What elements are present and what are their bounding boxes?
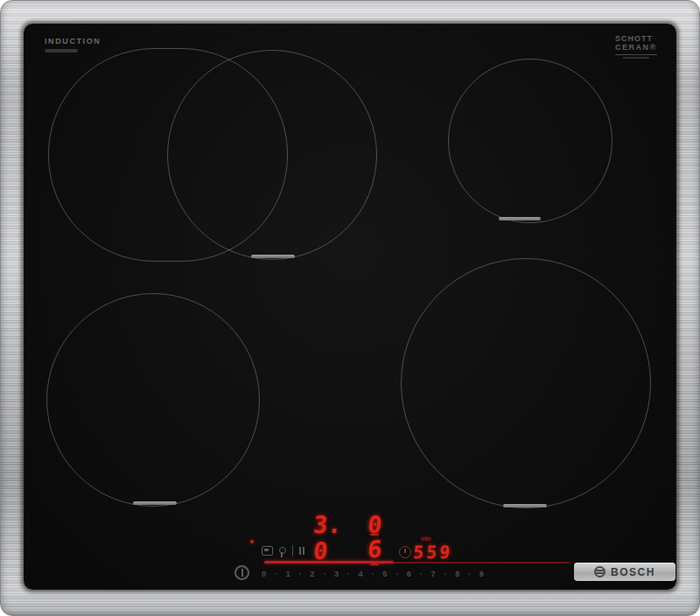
pan-guide-mark-front-left xyxy=(133,501,177,505)
bosch-logo-plate: BOSCH xyxy=(574,563,676,581)
ceran-line: CERAN® xyxy=(615,44,657,52)
power-slider-scale: 0 1 2 3 4 5 6 7 8 9 xyxy=(262,568,484,580)
slider-digit-3[interactable]: 3 xyxy=(334,570,339,578)
wipe-protection-icon[interactable] xyxy=(262,546,273,556)
slider-digit-4[interactable]: 4 xyxy=(359,570,363,578)
display-rear-left-level: 3. xyxy=(312,513,343,536)
timer-display: 559 xyxy=(412,543,453,561)
slider-digit-1[interactable]: 1 xyxy=(286,570,290,578)
bosch-symbol-icon xyxy=(594,566,606,578)
zone-rear-right xyxy=(448,59,612,223)
induction-label: INDUCTION xyxy=(45,37,101,46)
status-indicator-dot xyxy=(250,540,254,543)
cooktop-photo: INDUCTION SCHOTT CERAN® xyxy=(0,0,700,616)
schott-rule xyxy=(615,54,657,55)
power-slider-track[interactable] xyxy=(394,562,570,564)
function-key-row xyxy=(262,543,304,557)
slider-digit-0[interactable]: 0 xyxy=(262,570,266,578)
induction-sublabel-blur xyxy=(45,49,78,52)
power-icon[interactable] xyxy=(234,565,249,580)
ceramic-glass-surface: INDUCTION SCHOTT CERAN® xyxy=(24,24,676,590)
pan-guide-mark-front-right xyxy=(503,504,547,508)
slider-digit-2[interactable]: 2 xyxy=(310,570,314,578)
slider-digit-6[interactable]: 6 xyxy=(407,570,411,578)
zone-front-right xyxy=(401,258,651,508)
icon-divider xyxy=(292,545,293,556)
zone-front-left xyxy=(46,293,260,507)
bosch-logo-text: BOSCH xyxy=(611,566,655,578)
pan-guide-mark-rear-right xyxy=(499,217,541,220)
display-rear-right-level: 0 xyxy=(367,513,383,536)
slider-digit-9[interactable]: 9 xyxy=(480,570,484,578)
slider-digit-7[interactable]: 7 xyxy=(430,570,435,578)
zone-combi-circle xyxy=(167,50,377,260)
pan-guide-mark-combi xyxy=(251,255,295,258)
slider-digit-8[interactable]: 8 xyxy=(455,570,459,578)
child-lock-icon[interactable] xyxy=(279,547,286,554)
display-front-right-level: 6 xyxy=(367,537,383,561)
power-slider-track-active[interactable] xyxy=(264,561,394,564)
schott-subtext-blur xyxy=(623,57,649,59)
clock-icon[interactable] xyxy=(399,546,411,558)
pause-icon[interactable] xyxy=(299,547,304,555)
slider-digit-5[interactable]: 5 xyxy=(382,570,387,578)
schott-ceran-logo: SCHOTT CERAN® xyxy=(615,35,657,59)
display-front-left-level: 0 xyxy=(312,539,329,563)
timer-mark-top xyxy=(370,534,379,536)
timer-mark-bottom xyxy=(370,564,379,565)
timer-unit-label: min xyxy=(421,536,431,542)
